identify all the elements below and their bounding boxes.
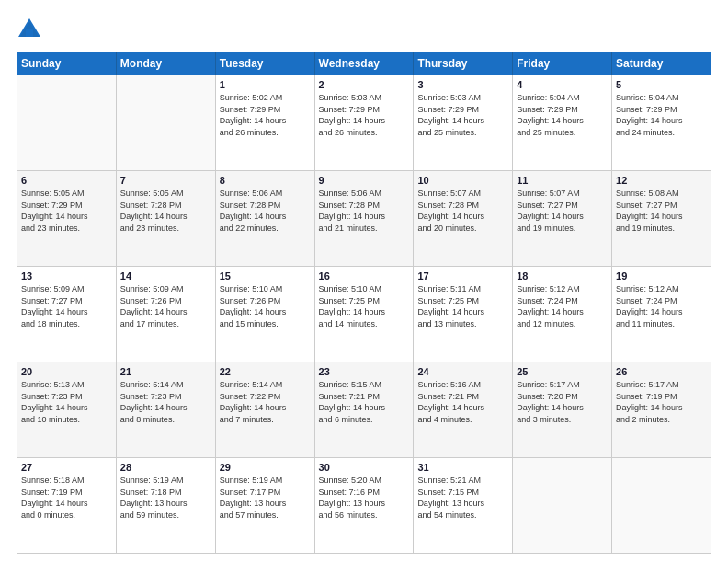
day-number: 12: [616, 175, 707, 186]
day-info: Sunrise: 5:17 AM Sunset: 7:19 PM Dayligh…: [616, 379, 707, 425]
day-number: 29: [220, 462, 311, 473]
calendar-cell: 19Sunrise: 5:12 AM Sunset: 7:24 PM Dayli…: [612, 267, 711, 362]
calendar-cell: 24Sunrise: 5:16 AM Sunset: 7:21 PM Dayli…: [414, 362, 513, 458]
day-info: Sunrise: 5:18 AM Sunset: 7:19 PM Dayligh…: [21, 475, 112, 521]
day-info: Sunrise: 5:19 AM Sunset: 7:18 PM Dayligh…: [120, 475, 211, 521]
calendar-cell: 4Sunrise: 5:04 AM Sunset: 7:29 PM Daylig…: [513, 75, 612, 171]
calendar-cell: 18Sunrise: 5:12 AM Sunset: 7:24 PM Dayli…: [513, 267, 612, 362]
day-info: Sunrise: 5:14 AM Sunset: 7:23 PM Dayligh…: [120, 379, 211, 425]
day-info: Sunrise: 5:03 AM Sunset: 7:29 PM Dayligh…: [417, 92, 508, 138]
day-info: Sunrise: 5:02 AM Sunset: 7:29 PM Dayligh…: [220, 92, 311, 138]
day-info: Sunrise: 5:03 AM Sunset: 7:29 PM Dayligh…: [319, 92, 410, 138]
calendar-week-row: 13Sunrise: 5:09 AM Sunset: 7:27 PM Dayli…: [17, 267, 711, 362]
calendar-cell: 23Sunrise: 5:15 AM Sunset: 7:21 PM Dayli…: [314, 362, 414, 458]
calendar-week-row: 27Sunrise: 5:18 AM Sunset: 7:19 PM Dayli…: [17, 458, 711, 554]
day-number: 1: [220, 79, 311, 90]
calendar-cell: 14Sunrise: 5:09 AM Sunset: 7:26 PM Dayli…: [116, 267, 215, 362]
day-info: Sunrise: 5:19 AM Sunset: 7:17 PM Dayligh…: [220, 475, 311, 521]
calendar-week-row: 20Sunrise: 5:13 AM Sunset: 7:23 PM Dayli…: [17, 362, 711, 458]
day-info: Sunrise: 5:10 AM Sunset: 7:26 PM Dayligh…: [220, 283, 311, 329]
calendar-cell: 3Sunrise: 5:03 AM Sunset: 7:29 PM Daylig…: [414, 75, 513, 171]
calendar-cell: 2Sunrise: 5:03 AM Sunset: 7:29 PM Daylig…: [314, 75, 414, 171]
day-number: 15: [220, 270, 311, 282]
day-info: Sunrise: 5:10 AM Sunset: 7:25 PM Dayligh…: [319, 283, 410, 329]
day-number: 5: [616, 79, 707, 90]
day-info: Sunrise: 5:11 AM Sunset: 7:25 PM Dayligh…: [417, 283, 508, 329]
calendar-cell: 22Sunrise: 5:14 AM Sunset: 7:22 PM Dayli…: [215, 362, 314, 458]
calendar-cell: 17Sunrise: 5:11 AM Sunset: 7:25 PM Dayli…: [414, 267, 513, 362]
day-number: 3: [417, 79, 508, 90]
day-number: 26: [616, 366, 707, 377]
header-thursday: Thursday: [414, 52, 513, 75]
calendar-cell: 29Sunrise: 5:19 AM Sunset: 7:17 PM Dayli…: [215, 458, 314, 554]
day-info: Sunrise: 5:08 AM Sunset: 7:27 PM Dayligh…: [616, 188, 707, 234]
day-number: 16: [319, 270, 410, 282]
day-info: Sunrise: 5:04 AM Sunset: 7:29 PM Dayligh…: [616, 92, 707, 138]
calendar-cell: 21Sunrise: 5:14 AM Sunset: 7:23 PM Dayli…: [116, 362, 215, 458]
calendar-cell: 12Sunrise: 5:08 AM Sunset: 7:27 PM Dayli…: [612, 171, 711, 267]
day-number: 19: [616, 270, 707, 282]
day-number: 10: [417, 175, 508, 186]
calendar-cell: [513, 458, 612, 554]
day-number: 17: [417, 270, 508, 282]
calendar-cell: 26Sunrise: 5:17 AM Sunset: 7:19 PM Dayli…: [612, 362, 711, 458]
day-number: 9: [319, 175, 410, 186]
header-monday: Monday: [116, 52, 215, 75]
calendar-cell: 7Sunrise: 5:05 AM Sunset: 7:28 PM Daylig…: [116, 171, 215, 267]
day-number: 18: [517, 270, 608, 282]
day-info: Sunrise: 5:05 AM Sunset: 7:28 PM Dayligh…: [120, 188, 211, 234]
calendar-cell: 15Sunrise: 5:10 AM Sunset: 7:26 PM Dayli…: [215, 267, 314, 362]
calendar-cell: 25Sunrise: 5:17 AM Sunset: 7:20 PM Dayli…: [513, 362, 612, 458]
calendar-table: Sunday Monday Tuesday Wednesday Thursday…: [17, 52, 711, 554]
day-number: 27: [21, 462, 112, 473]
day-info: Sunrise: 5:16 AM Sunset: 7:21 PM Dayligh…: [417, 379, 508, 425]
logo-icon: [17, 17, 42, 42]
calendar-cell: 9Sunrise: 5:06 AM Sunset: 7:28 PM Daylig…: [314, 171, 414, 267]
day-info: Sunrise: 5:06 AM Sunset: 7:28 PM Dayligh…: [319, 188, 410, 234]
day-number: 20: [21, 366, 112, 377]
day-info: Sunrise: 5:14 AM Sunset: 7:22 PM Dayligh…: [220, 379, 311, 425]
logo: [17, 17, 46, 42]
day-info: Sunrise: 5:21 AM Sunset: 7:15 PM Dayligh…: [417, 475, 508, 521]
day-number: 13: [21, 270, 112, 282]
day-number: 31: [417, 462, 508, 473]
calendar-cell: [17, 75, 117, 171]
page: Sunday Monday Tuesday Wednesday Thursday…: [0, 0, 728, 563]
day-number: 22: [220, 366, 311, 377]
day-info: Sunrise: 5:12 AM Sunset: 7:24 PM Dayligh…: [616, 283, 707, 329]
day-number: 8: [220, 175, 311, 186]
header-tuesday: Tuesday: [215, 52, 314, 75]
day-info: Sunrise: 5:12 AM Sunset: 7:24 PM Dayligh…: [517, 283, 608, 329]
day-info: Sunrise: 5:07 AM Sunset: 7:28 PM Dayligh…: [417, 188, 508, 234]
day-info: Sunrise: 5:09 AM Sunset: 7:27 PM Dayligh…: [21, 283, 112, 329]
calendar-cell: [612, 458, 711, 554]
day-info: Sunrise: 5:17 AM Sunset: 7:20 PM Dayligh…: [517, 379, 608, 425]
header: [17, 17, 711, 42]
day-number: 24: [417, 366, 508, 377]
svg-rect-2: [26, 29, 33, 37]
calendar-cell: 8Sunrise: 5:06 AM Sunset: 7:28 PM Daylig…: [215, 171, 314, 267]
calendar-cell: 31Sunrise: 5:21 AM Sunset: 7:15 PM Dayli…: [414, 458, 513, 554]
day-info: Sunrise: 5:05 AM Sunset: 7:29 PM Dayligh…: [21, 188, 112, 234]
calendar-cell: 5Sunrise: 5:04 AM Sunset: 7:29 PM Daylig…: [612, 75, 711, 171]
day-number: 6: [21, 175, 112, 186]
header-sunday: Sunday: [17, 52, 117, 75]
calendar-cell: 27Sunrise: 5:18 AM Sunset: 7:19 PM Dayli…: [17, 458, 117, 554]
day-number: 30: [319, 462, 410, 473]
header-friday: Friday: [513, 52, 612, 75]
calendar-cell: 6Sunrise: 5:05 AM Sunset: 7:29 PM Daylig…: [17, 171, 117, 267]
day-number: 25: [517, 366, 608, 377]
day-info: Sunrise: 5:07 AM Sunset: 7:27 PM Dayligh…: [517, 188, 608, 234]
calendar-cell: 11Sunrise: 5:07 AM Sunset: 7:27 PM Dayli…: [513, 171, 612, 267]
day-number: 21: [120, 366, 211, 377]
calendar-cell: [116, 75, 215, 171]
day-number: 4: [517, 79, 608, 90]
day-number: 11: [517, 175, 608, 186]
calendar-cell: 20Sunrise: 5:13 AM Sunset: 7:23 PM Dayli…: [17, 362, 117, 458]
day-number: 7: [120, 175, 211, 186]
calendar-week-row: 1Sunrise: 5:02 AM Sunset: 7:29 PM Daylig…: [17, 75, 711, 171]
day-info: Sunrise: 5:06 AM Sunset: 7:28 PM Dayligh…: [220, 188, 311, 234]
day-info: Sunrise: 5:13 AM Sunset: 7:23 PM Dayligh…: [21, 379, 112, 425]
weekday-header-row: Sunday Monday Tuesday Wednesday Thursday…: [17, 52, 711, 75]
day-number: 14: [120, 270, 211, 282]
